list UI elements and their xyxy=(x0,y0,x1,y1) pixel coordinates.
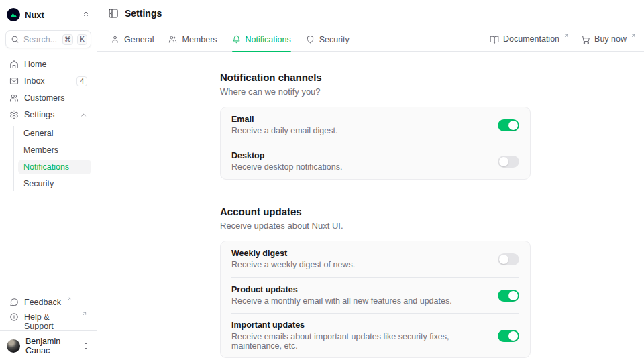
workspace-switcher[interactable]: Nuxt xyxy=(5,5,91,24)
feedback-label: Feedback xyxy=(24,298,61,307)
tab-label: Notifications xyxy=(246,35,291,44)
sidebar-item-inbox[interactable]: Inbox 4 xyxy=(5,74,91,88)
chevrons-up-down-icon xyxy=(82,342,90,350)
settings-sub-list: General Members Notifications Security xyxy=(13,126,91,191)
setting-title: Important updates xyxy=(231,320,487,330)
section-description: Where can we notify you? xyxy=(220,86,531,97)
users-icon xyxy=(168,35,177,44)
chevrons-up-down-icon xyxy=(82,11,90,19)
sidebar-spacer xyxy=(5,191,91,296)
setting-description: Receive a daily email digest. xyxy=(231,126,487,135)
tab-actions: Documentation Buy now xyxy=(490,34,636,44)
workspace-name: Nuxt xyxy=(25,10,77,20)
external-link-icon xyxy=(564,33,569,38)
important-updates-toggle[interactable] xyxy=(498,330,519,342)
setting-title: Weekly digest xyxy=(231,249,487,258)
setting-title: Desktop xyxy=(231,151,487,160)
main-panel: Settings General Members Notifications S… xyxy=(97,0,644,362)
sidebar-item-notifications[interactable]: Notifications xyxy=(18,160,91,174)
section-description: Receive updates about Nuxt UI. xyxy=(220,221,531,231)
home-icon xyxy=(9,60,19,69)
tab-label: Security xyxy=(319,35,350,44)
sidebar: Nuxt Search... ⌘ K Home Inbox 4 xyxy=(0,0,97,362)
documentation-button[interactable]: Documentation xyxy=(490,34,569,44)
book-open-icon xyxy=(490,35,499,44)
feedback-link[interactable]: Feedback xyxy=(5,296,91,310)
page-header: Settings xyxy=(97,0,644,27)
help-support-label: Help & Support xyxy=(24,312,76,331)
info-circle-icon xyxy=(9,312,19,322)
tab-security[interactable]: Security xyxy=(306,27,350,52)
external-link-icon xyxy=(631,33,636,38)
setting-description: Receive a weekly digest of news. xyxy=(231,260,487,269)
message-circle-icon xyxy=(9,298,19,307)
shopping-cart-icon xyxy=(581,35,590,44)
setting-row-product-updates: Product updates Receive a monthly email … xyxy=(221,278,530,313)
setting-row-email: Email Receive a daily email digest. xyxy=(221,107,530,143)
inbox-count-badge: 4 xyxy=(76,76,87,86)
search-input[interactable]: Search... ⌘ K xyxy=(5,30,91,48)
section-account-updates: Account updates Receive updates about Nu… xyxy=(220,206,531,358)
sidebar-nav: Home Inbox 4 Customers Settings Gener xyxy=(5,57,91,191)
desktop-toggle[interactable] xyxy=(498,156,519,168)
setting-description: Receive desktop notifications. xyxy=(231,162,487,172)
section-gap xyxy=(220,180,531,206)
sidebar-item-label: Home xyxy=(24,60,87,69)
shield-icon xyxy=(306,35,315,44)
setting-row-desktop: Desktop Receive desktop notifications. xyxy=(221,143,530,179)
notification-channels-card: Email Receive a daily email digest. Desk… xyxy=(220,107,531,180)
email-toggle[interactable] xyxy=(498,119,519,131)
setting-title: Email xyxy=(231,115,487,124)
kbd-cmd: ⌘ xyxy=(62,34,73,45)
nuxt-logo-icon xyxy=(7,8,20,21)
settings-content: Notification channels Where can we notif… xyxy=(97,52,644,362)
documentation-label: Documentation xyxy=(503,34,559,44)
setting-description: Receive emails about important updates l… xyxy=(231,332,487,351)
buy-now-label: Buy now xyxy=(594,34,627,44)
page-title: Settings xyxy=(125,8,162,19)
tab-members[interactable]: Members xyxy=(168,27,217,52)
sidebar-item-general[interactable]: General xyxy=(18,126,91,141)
section-notification-channels: Notification channels Where can we notif… xyxy=(220,72,531,180)
sidebar-item-members[interactable]: Members xyxy=(18,143,91,158)
user-menu[interactable]: Benjamin Canac xyxy=(5,331,91,357)
user-avatar xyxy=(7,339,20,353)
setting-row-weekly-digest: Weekly digest Receive a weekly digest of… xyxy=(221,241,530,277)
sidebar-item-label: Inbox xyxy=(24,76,71,86)
bell-icon xyxy=(232,35,241,44)
external-link-icon xyxy=(66,296,72,302)
search-icon xyxy=(11,35,19,44)
sidebar-item-label: Customers xyxy=(24,93,87,103)
setting-description: Receive a monthly email with all new fea… xyxy=(231,296,487,306)
gear-icon xyxy=(9,110,19,119)
user-name: Benjamin Canac xyxy=(25,337,76,355)
sidebar-item-customers[interactable]: Customers xyxy=(5,90,91,105)
tab-bar: General Members Notifications Security xyxy=(97,27,644,52)
tab-general[interactable]: General xyxy=(111,27,154,52)
search-placeholder: Search... xyxy=(23,35,58,44)
sidebar-item-home[interactable]: Home xyxy=(5,57,91,72)
users-icon xyxy=(9,93,19,103)
tab-label: Members xyxy=(182,35,217,44)
sidebar-item-settings[interactable]: Settings xyxy=(5,107,91,122)
external-link-icon xyxy=(82,311,87,316)
section-title: Account updates xyxy=(220,206,531,217)
product-updates-toggle[interactable] xyxy=(498,290,519,302)
weekly-digest-toggle[interactable] xyxy=(498,253,519,265)
help-support-link[interactable]: Help & Support xyxy=(5,310,91,325)
user-icon xyxy=(111,35,119,44)
inbox-icon xyxy=(9,76,19,86)
sidebar-item-label: Settings xyxy=(24,110,74,119)
chevron-up-icon xyxy=(80,111,87,119)
tab-label: General xyxy=(124,35,154,44)
setting-row-important-updates: Important updates Receive emails about i… xyxy=(221,314,530,357)
tab-notifications[interactable]: Notifications xyxy=(232,27,291,52)
panel-left-close-icon[interactable] xyxy=(108,8,119,19)
kbd-k: K xyxy=(77,34,87,45)
sidebar-item-security[interactable]: Security xyxy=(18,176,91,191)
account-updates-card: Weekly digest Receive a weekly digest of… xyxy=(220,241,531,358)
setting-title: Product updates xyxy=(231,285,487,294)
buy-now-button[interactable]: Buy now xyxy=(581,34,636,44)
section-title: Notification channels xyxy=(220,72,531,83)
